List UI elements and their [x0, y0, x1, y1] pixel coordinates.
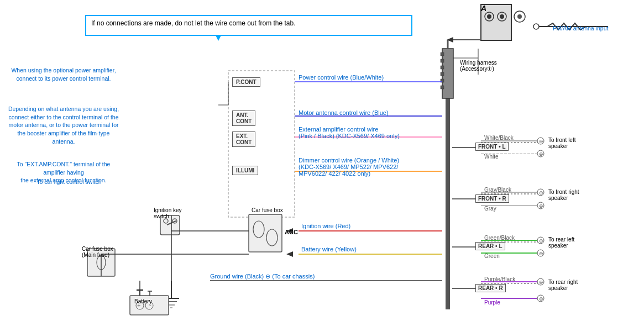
front-l-spk: To front left speaker: [548, 137, 575, 149]
svg-text:⊖: ⊖: [539, 139, 543, 144]
svg-text:⊕: ⊕: [539, 296, 543, 302]
motor-antenna-label: Motor antenna control wire (Blue): [299, 109, 389, 116]
svg-text:⊖: ⊖: [539, 280, 543, 285]
acc-label: ACC: [285, 229, 298, 235]
antcont-box: ANT. CONT: [232, 110, 255, 126]
illumi-box: ILLUMI: [232, 166, 258, 175]
warning-arrow: [216, 35, 221, 41]
svg-rect-0: [441, 52, 444, 56]
wiring-diagram: A: [0, 0, 644, 321]
ignition-label: Ignition wire (Red): [301, 223, 350, 229]
svg-rect-3: [441, 72, 444, 76]
fm-am-label: FM/AM antenna input: [553, 25, 608, 31]
svg-rect-1: [441, 59, 444, 62]
car-light-note: To car light control switch: [28, 178, 111, 186]
rear-r-box: REAR • R: [475, 284, 506, 292]
ground-label: Ground wire (Black) ⊖ (To car chassis): [210, 273, 315, 280]
front-l-neg-color: White/Black: [484, 135, 514, 141]
wiring-harness-label: Wiring harness (Accessory①): [460, 60, 497, 72]
rear-l-box: REAR • L: [475, 242, 505, 250]
front-r-pos-color: Gray: [484, 206, 496, 212]
front-r-box: FRONT • R: [475, 194, 509, 203]
battery-label-bottom: Battery: [134, 298, 152, 304]
extcont-box: EXT. CONT: [232, 131, 255, 147]
car-fuse-acc-label: Car fuse box: [252, 207, 283, 213]
ext-amp-label: External amplifier control wire (Pink / …: [299, 126, 400, 139]
svg-point-9: [500, 14, 504, 19]
svg-text:⊕: ⊕: [539, 251, 543, 256]
svg-text:A: A: [480, 4, 486, 13]
pcont-box: P.CONT: [232, 77, 260, 87]
rear-l-neg-color: Green/Black: [484, 235, 515, 241]
front-r-spk: To front right speaker: [548, 189, 579, 201]
svg-marker-17: [286, 251, 293, 257]
rear-l-spk: To rear left speaker: [548, 236, 574, 249]
svg-text:⊕: ⊕: [539, 203, 543, 209]
ignition-key-label: Ignition key switch: [154, 207, 182, 219]
front-r-neg-color: Gray/Black: [484, 187, 511, 193]
svg-text:⊖: ⊖: [539, 190, 543, 196]
power-control-label: Power control wire (Blue/White): [299, 74, 384, 81]
svg-rect-5: [441, 86, 444, 89]
svg-text:⊕: ⊕: [539, 151, 543, 157]
front-l-box: FRONT • L: [475, 143, 509, 151]
warning-text: If no connections are made, do not let t…: [91, 19, 296, 27]
svg-text:⊖: ⊖: [539, 238, 543, 244]
battery-label: Battery wire (Yellow): [301, 246, 357, 252]
rear-r-pos-color: Purple: [484, 299, 500, 306]
power-amp-note: When using the optional power amplifier,…: [8, 66, 119, 82]
rear-r-spk: To rear right speaker: [548, 279, 578, 291]
car-fuse-main-label: Car fuse box (Main fuse): [82, 246, 113, 258]
dimmer-label: Dimmer control wire (Orange / White) (KD…: [299, 157, 399, 177]
svg-point-14: [533, 24, 539, 29]
svg-point-11: [517, 14, 522, 19]
antenna-note: Depending on what antenna you are using,…: [6, 105, 122, 145]
svg-point-7: [487, 14, 491, 19]
rear-l-pos-color: Green: [484, 253, 500, 259]
front-l-pos-color: White: [484, 154, 499, 160]
rear-r-neg-color: Purple/Black: [484, 276, 515, 282]
svg-rect-2: [441, 66, 444, 69]
